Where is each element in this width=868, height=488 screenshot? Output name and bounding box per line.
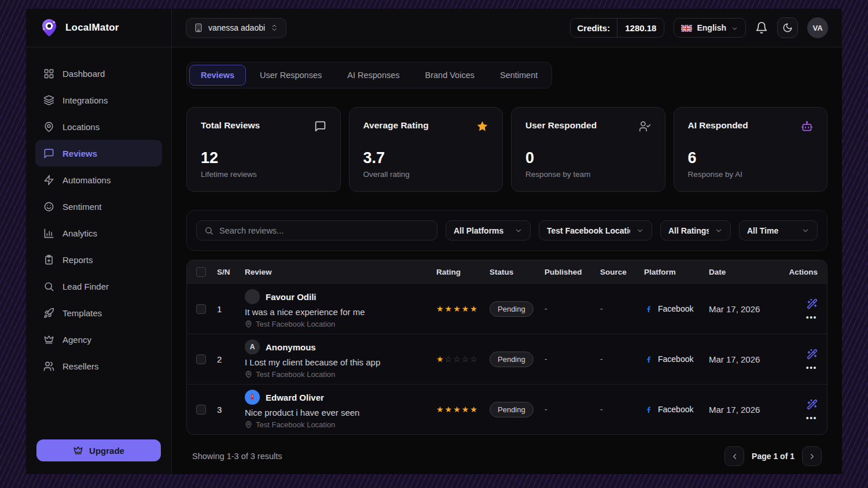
notifications-bell-icon[interactable]: [755, 21, 768, 34]
localmator-pin-icon: [39, 17, 60, 38]
sidebar-item-label: Agency: [62, 335, 91, 345]
star-icon: ★: [470, 305, 477, 313]
table-header: S/N Review Rating Status Published Sourc…: [187, 260, 827, 283]
sidebar-item-sentiment[interactable]: Sentiment: [35, 193, 162, 220]
chevron-down-icon: [731, 24, 738, 32]
star-icon: ★: [453, 405, 461, 413]
brand-logo: LocalMator: [26, 9, 171, 47]
avatar-text: A: [250, 343, 255, 351]
ai-wand-icon[interactable]: [806, 399, 818, 411]
page-indicator: Page 1 of 1: [752, 452, 795, 461]
search-reviews-box: [196, 220, 437, 241]
map-pin-icon: [245, 371, 252, 378]
ai-wand-icon[interactable]: [806, 298, 818, 310]
sidebar-item-automations[interactable]: Automations: [35, 167, 162, 193]
sidebar-item-reviews[interactable]: Reviews: [35, 140, 162, 167]
lightning-icon: [43, 175, 54, 186]
reviews-tabs: Reviews User Responses AI Responses Bran…: [186, 62, 552, 88]
robot-icon: [801, 120, 813, 132]
row-checkbox[interactable]: [196, 304, 206, 314]
sidebar-item-lead-finder[interactable]: Lead Finder: [35, 273, 162, 300]
published-cell: -: [545, 405, 600, 414]
workspace-selector[interactable]: vanessa adaobi: [186, 18, 286, 38]
stat-card-total-reviews: Total Reviews 12 Lifetime reviews: [186, 107, 341, 192]
location-text: Test Facebook Location: [256, 370, 335, 379]
sidebar-item-agency[interactable]: Agency: [35, 326, 162, 353]
more-options-icon[interactable]: •••: [806, 365, 818, 370]
review-cell: Edward Oliver Nice product i have ever s…: [245, 390, 436, 429]
col-platform: Platform: [644, 268, 709, 276]
row-sn: 3: [217, 405, 245, 415]
user-avatar[interactable]: VA: [807, 17, 828, 38]
chevron-down-icon: [715, 227, 723, 235]
language-label: English: [697, 23, 726, 32]
chevron-down-icon: [801, 227, 810, 235]
reviewer-avatar: [245, 289, 260, 304]
ratings-dropdown[interactable]: All Ratings: [660, 220, 731, 241]
star-icon: ★: [436, 305, 444, 313]
time-dropdown[interactable]: All Time: [739, 220, 818, 241]
credits-label: Credits:: [571, 19, 617, 37]
sidebar-item-integrations[interactable]: Integrations: [35, 87, 162, 113]
row-sn: 2: [217, 354, 245, 364]
location-dropdown[interactable]: Test Facebook Locatio: [539, 220, 652, 241]
platforms-dropdown[interactable]: All Platforms: [446, 220, 531, 241]
stat-subtitle: Lifetime reviews: [201, 170, 326, 179]
sidebar-item-analytics[interactable]: Analytics: [35, 220, 162, 246]
crown-icon: [43, 334, 54, 345]
review-cell: Favour Odili It was a nice experience fo…: [245, 289, 436, 328]
reviews-page: Reviews User Responses AI Responses Bran…: [172, 47, 842, 474]
tab-ai-responses[interactable]: AI Responses: [336, 65, 411, 86]
review-location: Test Facebook Location: [245, 320, 428, 328]
star-icon: ☆: [462, 355, 469, 363]
col-status: Status: [490, 268, 545, 276]
platform-cell: Facebook: [644, 405, 709, 414]
review-text: I Lost my client because of this app: [245, 357, 428, 367]
row-checkbox[interactable]: [196, 354, 206, 364]
users-icon: [43, 361, 54, 372]
stat-value: 0: [525, 149, 651, 167]
sidebar-item-locations[interactable]: Locations: [35, 113, 162, 140]
facebook-icon: [644, 405, 653, 414]
language-selector[interactable]: English: [674, 18, 746, 38]
dark-mode-moon-icon[interactable]: [777, 17, 798, 38]
chat-bubble-icon: [314, 120, 326, 132]
credits-value: 1280.18: [617, 19, 664, 37]
table-row: 1 Favour Odili It was a nice experience …: [187, 283, 827, 334]
stat-card-average-rating: Average Rating 3.7 Overall rating: [349, 107, 503, 192]
tab-user-responses[interactable]: User Responses: [248, 65, 333, 86]
row-checkbox[interactable]: [196, 405, 206, 415]
more-options-icon[interactable]: •••: [806, 416, 818, 420]
star-icon: ★: [470, 405, 477, 413]
facebook-icon: [644, 304, 653, 313]
select-all-checkbox[interactable]: [196, 267, 206, 277]
sidebar-item-resellers[interactable]: Resellers: [35, 353, 162, 379]
sidebar-item-dashboard[interactable]: Dashboard: [35, 60, 162, 87]
prev-page-button[interactable]: [724, 446, 744, 466]
tab-brand-voices[interactable]: Brand Voices: [414, 65, 486, 86]
ai-wand-icon[interactable]: [806, 349, 818, 360]
sidebar-item-reports[interactable]: Reports: [35, 246, 162, 273]
chevron-down-icon: [514, 227, 523, 235]
status-badge: Pending: [490, 402, 534, 417]
upgrade-button[interactable]: Upgrade: [36, 439, 161, 461]
reviewer-avatar: [245, 390, 260, 405]
more-options-icon[interactable]: •••: [806, 315, 818, 320]
next-page-button[interactable]: [802, 446, 822, 466]
reviewer-avatar: A: [245, 339, 260, 354]
tab-sentiment[interactable]: Sentiment: [488, 65, 549, 86]
uk-flag-icon: [681, 24, 692, 32]
location-text: Test Facebook Location: [256, 320, 335, 328]
app-window: LocalMator Dashboard Integrations Locati…: [26, 9, 842, 474]
sidebar-item-templates[interactable]: Templates: [35, 300, 162, 326]
review-location: Test Facebook Location: [245, 420, 428, 429]
stat-title: Average Rating: [363, 120, 429, 131]
time-value: All Time: [747, 226, 778, 235]
star-icon: ★: [445, 405, 453, 413]
col-rating: Rating: [436, 268, 490, 276]
search-input[interactable]: [219, 226, 429, 235]
table-footer: Showing 1-3 of 3 results Page 1 of 1: [186, 435, 827, 466]
crown-icon: [73, 445, 83, 456]
tab-reviews[interactable]: Reviews: [189, 65, 246, 86]
actions-cell: •••: [806, 298, 818, 320]
